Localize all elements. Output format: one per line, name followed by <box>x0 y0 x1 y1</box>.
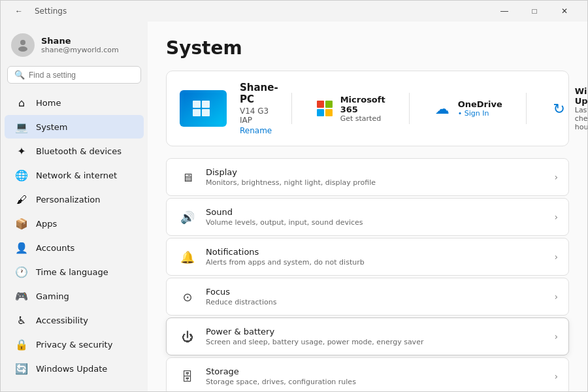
svg-rect-8 <box>325 101 333 108</box>
onedrive-icon: ☁ <box>433 99 451 118</box>
winupdate-text: Windows Update Last checked: 4 hours ago <box>575 86 587 131</box>
sound-desc: Volume levels, output, input, sound devi… <box>206 218 554 227</box>
info-cards: Shane-PC V14 G3 IAP Rename <box>166 71 569 146</box>
network-icon: 🌐 <box>15 169 28 182</box>
setting-row-sound[interactable]: 🔊 Sound Volume levels, output, input, so… <box>166 198 569 236</box>
setting-row-power[interactable]: ⏻ Power & battery Screen and sleep, batt… <box>166 318 569 355</box>
power-icon: ⏻ <box>177 326 198 347</box>
user-profile[interactable]: Shane shane@myworld.com <box>1 27 148 66</box>
close-button[interactable]: ✕ <box>549 1 580 22</box>
sidebar-label-personalization: Personalization <box>36 195 101 204</box>
power-desc: Screen and sleep, battery usage, power m… <box>206 338 554 346</box>
sound-text: Sound Volume levels, output, input, soun… <box>198 207 554 227</box>
display-chevron: › <box>554 172 558 182</box>
nav-list: ⌂ Home 💻 System ✦ Bluetooth & devices 🌐 … <box>1 90 148 381</box>
setting-row-storage[interactable]: 🗄 Storage Storage space, drives, configu… <box>166 357 569 391</box>
focus-desc: Reduce distractions <box>206 298 554 306</box>
divider3 <box>526 93 527 124</box>
sidebar-item-privacy[interactable]: 🔒 Privacy & security <box>5 333 144 356</box>
search-input[interactable] <box>29 71 134 80</box>
svg-rect-7 <box>317 101 324 108</box>
svg-rect-2 <box>184 93 223 124</box>
svg-rect-10 <box>325 109 333 116</box>
m365-label: Microsoft 365 <box>340 95 385 114</box>
rename-link[interactable]: Rename <box>240 126 278 135</box>
sound-chevron: › <box>554 212 558 222</box>
page-title: System <box>166 37 569 59</box>
sidebar-item-personalization[interactable]: 🖌 Personalization <box>5 188 144 211</box>
sidebar-label-time: Time & language <box>36 267 108 277</box>
notifications-title: Notifications <box>206 247 554 257</box>
system-icon: 💻 <box>15 120 28 133</box>
notifications-icon: 🔔 <box>177 246 198 267</box>
window-title: Settings <box>35 7 67 16</box>
sidebar-item-network[interactable]: 🌐 Network & internet <box>5 163 144 187</box>
display-desc: Monitors, brightness, night light, displ… <box>206 178 554 187</box>
settings-list: 🖥 Display Monitors, brightness, night li… <box>166 158 569 391</box>
sidebar-label-network: Network & internet <box>36 171 117 180</box>
avatar <box>11 33 35 57</box>
svg-rect-3 <box>193 101 201 108</box>
sidebar-item-accounts[interactable]: 👤 Accounts <box>5 236 144 259</box>
display-text: Display Monitors, brightness, night ligh… <box>198 167 554 187</box>
setting-row-notifications[interactable]: 🔔 Notifications Alerts from apps and sys… <box>166 238 569 276</box>
back-button[interactable]: ← <box>8 1 29 22</box>
display-icon: 🖥 <box>177 167 198 188</box>
search-box[interactable]: 🔍 <box>7 66 141 84</box>
m365-text: Microsoft 365 Get started <box>340 95 385 123</box>
sidebar-label-update: Windows Update <box>36 364 107 374</box>
sidebar-item-apps[interactable]: 📦 Apps <box>5 212 144 235</box>
apps-icon: 📦 <box>15 217 28 230</box>
sidebar-item-update[interactable]: 🔄 Windows Update <box>5 357 144 380</box>
accessibility-icon: ♿ <box>15 314 28 327</box>
sidebar-label-bluetooth: Bluetooth & devices <box>36 146 122 156</box>
storage-desc: Storage space, drives, configuration rul… <box>206 378 554 386</box>
winupdate-icon: ↻ <box>550 99 568 118</box>
setting-row-focus[interactable]: ⊙ Focus Reduce distractions › <box>166 278 569 316</box>
setting-row-display[interactable]: 🖥 Display Monitors, brightness, night li… <box>166 158 569 196</box>
sidebar-label-gaming: Gaming <box>36 291 69 301</box>
power-text: Power & battery Screen and sleep, batter… <box>198 327 554 346</box>
quick-card-m365[interactable]: Microsoft 365 Get started <box>305 95 396 123</box>
power-chevron: › <box>554 331 558 342</box>
main-content: System <box>148 22 587 391</box>
quick-card-winupdate[interactable]: ↻ Windows Update Last checked: 4 hours a… <box>540 86 587 131</box>
minimize-button[interactable]: — <box>489 1 519 22</box>
user-email: shane@myworld.com <box>41 46 119 54</box>
display-title: Display <box>206 167 554 177</box>
accounts-icon: 👤 <box>15 241 28 254</box>
sidebar-label-accessibility: Accessibility <box>36 316 88 325</box>
pc-name: Shane-PC <box>240 82 278 105</box>
storage-text: Storage Storage space, drives, configura… <box>198 367 554 386</box>
maximize-button[interactable]: □ <box>519 1 549 22</box>
personalization-icon: 🖌 <box>15 193 28 206</box>
sidebar-item-system[interactable]: 💻 System <box>5 115 144 139</box>
m365-icon <box>316 99 334 118</box>
notifications-desc: Alerts from apps and system, do not dist… <box>206 258 554 267</box>
quick-card-onedrive[interactable]: ☁ OneDrive • Sign In <box>423 99 513 118</box>
divider <box>291 93 292 124</box>
svg-point-0 <box>20 40 25 45</box>
focus-title: Focus <box>206 287 554 297</box>
privacy-icon: 🔒 <box>15 338 28 351</box>
svg-point-1 <box>18 46 27 52</box>
titlebar-left: ← Settings <box>8 1 67 22</box>
sidebar-item-bluetooth[interactable]: ✦ Bluetooth & devices <box>5 139 144 163</box>
settings-window: ← Settings — □ ✕ Shane shane@myworl <box>0 0 588 392</box>
sound-title: Sound <box>206 207 554 217</box>
sidebar-item-gaming[interactable]: 🎮 Gaming <box>5 284 144 308</box>
home-icon: ⌂ <box>15 96 28 109</box>
focus-icon: ⊙ <box>177 286 198 307</box>
onedrive-sub: • Sign In <box>458 109 502 118</box>
sidebar-item-accessibility[interactable]: ♿ Accessibility <box>5 308 144 332</box>
sidebar-label-home: Home <box>36 98 61 108</box>
sidebar-label-accounts: Accounts <box>36 243 74 253</box>
notifications-text: Notifications Alerts from apps and syste… <box>198 247 554 267</box>
sidebar-label-system: System <box>36 122 67 132</box>
sidebar-item-time[interactable]: 🕐 Time & language <box>5 260 144 284</box>
notifications-chevron: › <box>554 252 558 262</box>
sidebar-item-home[interactable]: ⌂ Home <box>5 91 144 114</box>
focus-text: Focus Reduce distractions <box>198 287 554 306</box>
pc-thumbnail <box>180 90 227 127</box>
app-content: Shane shane@myworld.com 🔍 ⌂ Home 💻 Syste… <box>1 22 587 391</box>
